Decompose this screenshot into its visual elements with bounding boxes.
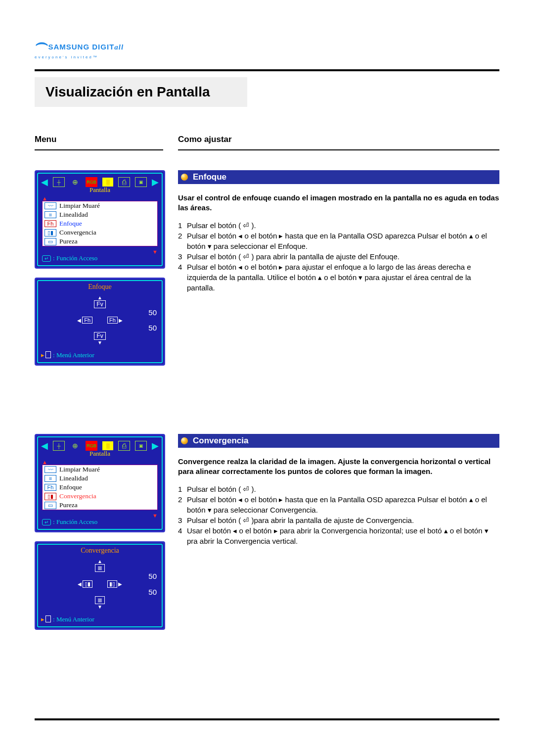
convergence-icon: ▯▮ (44, 229, 56, 236)
arrow-down-icon[interactable]: ▼ (97, 340, 102, 345)
osd-item[interactable]: Pureza (59, 501, 78, 509)
osd-item-list: 〰Limpiar Muaré ≡Linealidad FhEnfoque ▯▮C… (42, 465, 158, 510)
arrow-right-icon[interactable]: ▶ (119, 318, 123, 323)
convergencia-steps: 1Pulsar el botón ( ⏎ ). 2Pulsar el botón… (178, 484, 499, 546)
osd-adjust-enfoque: Enfoque ▲ Fv 50 ◀ Fh Fh ▶ (35, 278, 165, 366)
enter-icon: ↵ (42, 255, 51, 262)
brand-name-post: all (114, 43, 124, 51)
osd-item[interactable]: Linealidad (59, 211, 88, 219)
v-indicator-bottom: ≣ (95, 596, 105, 604)
screen-icon[interactable]: ░ (102, 441, 113, 450)
osd-access-label: ↵: Función Acceso (38, 518, 162, 529)
menu-column-heading: Menu (35, 135, 163, 150)
osd-item[interactable]: Pureza (59, 237, 78, 245)
moire-icon: 〰 (44, 466, 56, 473)
arrow-down-icon[interactable]: ▼ (97, 604, 102, 610)
osd-adjust-title: Convergencia (38, 545, 162, 556)
utility-icon[interactable]: ⎙ (118, 441, 130, 451)
arrow-up-icon[interactable]: ▲ (97, 559, 102, 564)
nav-left-icon[interactable]: ◀ (41, 440, 48, 451)
step-text: Pulsar el botón ( ⏎ ). (187, 484, 256, 494)
enter-icon: ↵ (42, 519, 51, 525)
size-icon[interactable] (70, 178, 81, 187)
scroll-down-icon[interactable]: ▼ (38, 249, 162, 254)
arrow-left-icon[interactable]: ◀ (77, 318, 81, 323)
step-text: Pulsar el botón ◂ o el botón ▸ hasta que… (187, 494, 499, 515)
brand-tagline: everyone's invited™ (35, 55, 499, 59)
pip-icon[interactable]: ▣ (135, 177, 147, 187)
osd-menu-convergencia: ◀ ┼ RGB ░ ⎙ ▣ ▶ Pantalla ▲ 〰Limpiar Muar… (35, 434, 165, 532)
section-heading-convergencia: Convergencia (178, 434, 499, 448)
osd-access-label: ↵: Función Acceso (38, 254, 162, 265)
osd-menu-enfoque: ◀ ┼ RGB ░ ⎙ ▣ ▶ Pantalla ▲ 〰Limpiar Muar… (35, 170, 165, 269)
scroll-down-icon[interactable]: ▼ (38, 513, 162, 518)
osd-item[interactable]: Limpiar Muaré (59, 466, 100, 473)
osd-breadcrumb: Pantalla (38, 186, 162, 194)
osd-item[interactable]: Convergencia (59, 229, 96, 236)
section-enfoque: ◀ ┼ RGB ░ ⎙ ▣ ▶ Pantalla ▲ 〰Limpiar Muar… (35, 170, 499, 375)
screen-icon[interactable]: ░ (102, 178, 113, 187)
adjust-value-top: 50 (148, 308, 157, 317)
rgb-icon[interactable]: RGB (86, 177, 97, 187)
osd-adjust-title: Enfoque (38, 281, 162, 292)
nav-right-icon[interactable]: ▶ (152, 177, 159, 188)
section-heading-enfoque: Enfoque (178, 170, 499, 184)
brand-logo: ⌢ SAMSUNG DIGITall everyone's invited™ (35, 30, 499, 59)
enfoque-lead: Usar el control de enfouqe cuando el ima… (178, 193, 499, 213)
step-text: Pulsar el botón ( ⏎ ) para abrir la pant… (187, 251, 400, 262)
arrow-up-icon[interactable]: ▲ (97, 295, 102, 300)
arrow-right-icon[interactable]: ▶ (118, 581, 122, 587)
osd-item-selected[interactable]: Enfoque (59, 220, 82, 228)
osd-item[interactable]: Limpiar Muaré (59, 202, 100, 210)
back-arrow-icon: ▸ (41, 615, 44, 623)
h-indicator-left: ▯▮ (83, 580, 92, 588)
adjust-value-bottom: 50 (148, 324, 157, 332)
convergence-icon: ▯▮ (44, 493, 56, 500)
moire-icon: 〰 (44, 202, 56, 209)
position-icon[interactable]: ┼ (53, 177, 65, 187)
rgb-icon[interactable]: RGB (86, 441, 97, 451)
focus-icon: Fh (44, 484, 56, 491)
back-arrow-icon: ▸ (41, 351, 44, 359)
osd-item[interactable]: Enfoque (59, 483, 82, 491)
brand-name-pre: SAMSUNG DIGIT (48, 43, 114, 51)
page-title: Visualización en Pantalla (45, 84, 236, 100)
step-text: Pulsar el botón ( ⏎ )para abrir la panta… (187, 515, 414, 525)
fh-indicator-right: Fh (107, 317, 118, 324)
nav-right-icon[interactable]: ▶ (152, 440, 159, 451)
position-icon[interactable]: ┼ (53, 441, 65, 451)
top-rule (35, 69, 499, 71)
pip-icon[interactable]: ▣ (135, 441, 147, 451)
arrow-left-icon[interactable]: ◀ (78, 581, 82, 587)
osd-item-selected[interactable]: Convergencia (59, 492, 96, 500)
osd-item-list: 〰Limpiar Muaré ≡Linealidad FhEnfoque ▯▮C… (42, 201, 158, 246)
bottom-rule (35, 718, 499, 720)
nav-left-icon[interactable]: ◀ (41, 177, 48, 188)
step-text: Pulsar el botón ◂ o el botón ▸ hasta que… (187, 231, 499, 251)
prev-box-icon (45, 351, 51, 358)
linearity-icon: ≡ (44, 211, 56, 218)
fh-indicator-left: Fh (82, 317, 92, 324)
scroll-up-icon[interactable]: ▲ (38, 460, 162, 465)
section-convergencia: ◀ ┼ RGB ░ ⎙ ▣ ▶ Pantalla ▲ 〰Limpiar Muar… (35, 434, 499, 639)
osd-prev-menu[interactable]: ▸: Menú Anterior (38, 349, 162, 362)
prev-box-icon (45, 615, 51, 622)
h-indicator-right: ▮▯ (107, 580, 117, 588)
swoosh-icon: ⌢ (35, 30, 46, 54)
linearity-icon: ≡ (44, 475, 56, 482)
v-indicator: ≣ (95, 564, 105, 572)
focus-icon: Fh (44, 220, 56, 227)
step-text: Pulsar el botón ◂ o el botón ▸ para ajus… (187, 262, 499, 293)
step-text: Pulsar el botón ( ⏎ ). (187, 220, 256, 231)
osd-adjust-convergencia: Convergencia ▲ ≣ 50 ◀ ▯▮ ▮▯ ▶ 50 (35, 541, 165, 630)
osd-item[interactable]: Linealidad (59, 474, 88, 482)
enfoque-steps: 1Pulsar el botón ( ⏎ ). 2Pulsar el botón… (178, 220, 499, 293)
adjust-value-top: 50 (148, 572, 157, 580)
bullet-icon (181, 174, 188, 181)
page: ⌢ SAMSUNG DIGITall everyone's invited™ V… (0, 0, 534, 756)
size-icon[interactable] (70, 441, 81, 450)
osd-prev-menu[interactable]: ▸: Menú Anterior (38, 614, 162, 626)
adjust-value-bottom: 50 (148, 588, 157, 596)
scroll-up-icon[interactable]: ▲ (38, 196, 162, 201)
utility-icon[interactable]: ⎙ (118, 177, 130, 187)
